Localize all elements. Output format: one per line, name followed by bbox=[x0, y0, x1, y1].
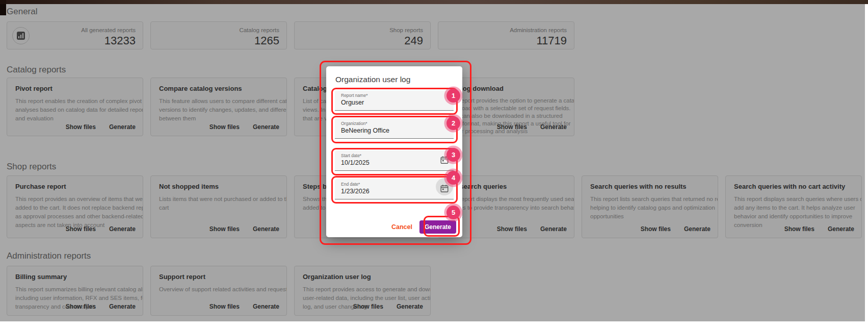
organization-field[interactable]: Organization* BeNeering Office bbox=[335, 118, 454, 139]
report-name-field[interactable]: Report name* Orguser bbox=[335, 90, 454, 111]
generate-report-button[interactable]: Generate bbox=[419, 220, 456, 234]
organization-user-log-dialog: Organization user log Report name* Orgus… bbox=[326, 66, 462, 237]
cancel-button[interactable]: Cancel bbox=[391, 223, 412, 231]
report-name-input[interactable]: Orguser bbox=[335, 98, 454, 107]
field-label: Report name* bbox=[335, 90, 454, 98]
start-date-input[interactable]: 10/1/2025 bbox=[335, 158, 454, 167]
start-date-field[interactable]: Start date* 10/1/2025 bbox=[335, 150, 454, 171]
window-top-edge bbox=[0, 0, 868, 4]
calendar-icon bbox=[440, 156, 449, 165]
open-end-datepicker-button[interactable] bbox=[439, 184, 450, 194]
open-start-datepicker-button[interactable] bbox=[439, 156, 450, 166]
field-label: Start date* bbox=[335, 150, 454, 158]
end-date-field[interactable]: End date* 1/23/2026 bbox=[335, 179, 454, 199]
field-label: Organization* bbox=[335, 118, 454, 126]
organization-input[interactable]: BeNeering Office bbox=[335, 126, 454, 135]
calendar-icon bbox=[440, 184, 449, 193]
dialog-title: Organization user log bbox=[326, 66, 462, 84]
